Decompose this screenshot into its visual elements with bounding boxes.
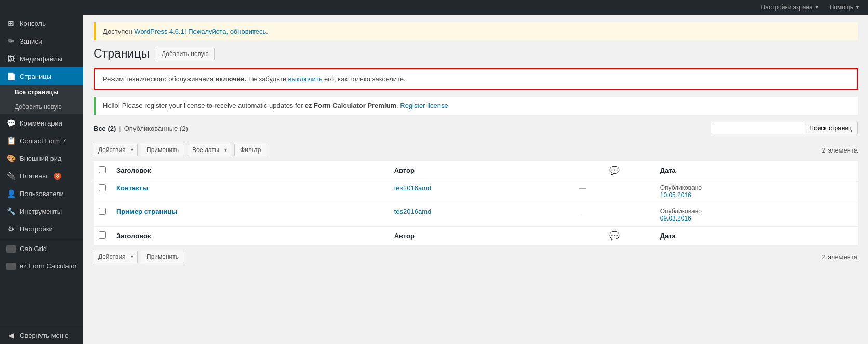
screen-settings-label: Настройки экрана [761, 4, 813, 11]
apply-button-top[interactable]: Применить [141, 144, 184, 156]
sidebar-item-pages[interactable]: 📄 Страницы [0, 67, 83, 85]
item-count-bottom: 2 элемента [188, 253, 858, 261]
sidebar-item-all-pages[interactable]: Все страницы [0, 85, 83, 100]
row1-checkbox-cell [94, 180, 111, 203]
comments-icon: 💬 [6, 119, 16, 127]
toolbar-bottom: Действия ▼ Применить 2 элемента [94, 251, 858, 263]
help-button[interactable]: Помощь ▼ [826, 3, 863, 12]
row2-author-link[interactable]: tes2016amd [394, 208, 432, 215]
search-input[interactable] [711, 122, 804, 134]
filter-tab-published[interactable]: Опубликованные (2) [124, 125, 188, 132]
top-bar: Настройки экрана ▼ Помощь ▼ [0, 0, 868, 15]
update-notice: Доступен WordPress 4.6.1! Пожалуйста, об… [94, 22, 858, 40]
collapse-menu-button[interactable]: ◀ Свернуть меню [0, 326, 83, 344]
row1-title-link[interactable]: Контакты [116, 184, 148, 192]
sidebar-item-cab-grid-label: Cab Grid [20, 245, 47, 253]
table-row: Пример страницы tes2016amd — Опубликован… [94, 203, 858, 227]
footer-checkbox-cell [94, 227, 111, 245]
plugins-icon: 🔌 [6, 172, 16, 180]
row1-status: Опубликовано [660, 184, 702, 191]
license-notice: Hello! Please register your license to r… [94, 97, 858, 115]
pages-submenu: Все страницы Добавить новую [0, 85, 83, 114]
filter-tab-all[interactable]: Все (2) [94, 125, 116, 132]
maintenance-bold: включён. [216, 75, 247, 83]
sidebar-item-ez-form[interactable]: ez Form Calculator [0, 257, 83, 274]
settings-icon: ⚙ [6, 225, 16, 233]
sidebar-item-cab-grid[interactable]: Cab Grid [0, 240, 83, 257]
row2-title-link[interactable]: Пример страницы [116, 208, 177, 215]
collapse-icon: ◀ [6, 331, 16, 339]
sidebar-item-users-label: Пользователи [20, 190, 64, 198]
actions-select[interactable]: Действия [94, 144, 138, 156]
row1-date-cell: Опубликовано 10.05.2016 [655, 180, 858, 203]
media-icon: 🖼 [6, 54, 16, 63]
filter-tabs: Все (2) | Опубликованные (2) [94, 125, 188, 132]
help-arrow-icon: ▼ [855, 5, 860, 10]
pages-table: Заголовок Автор 💬 Дата [94, 161, 858, 245]
actions-select-wrap: Действия ▼ [94, 144, 138, 156]
maintenance-text-after: Не забудьте [246, 75, 288, 83]
wordpress-update-link[interactable]: WordPress 4.6.1! [134, 27, 186, 35]
row2-comments: — [579, 208, 586, 215]
sidebar-item-media[interactable]: 🖼 Медиафайлы [0, 50, 83, 67]
search-row: Поиск страниц [711, 122, 858, 134]
screen-settings-button[interactable]: Настройки экрана ▼ [758, 3, 822, 12]
sidebar-item-tools[interactable]: 🔧 Инструменты [0, 202, 83, 220]
row2-title-cell: Пример страницы [111, 203, 389, 227]
all-pages-label: Все страницы [15, 89, 58, 96]
row2-comments-cell: — [574, 203, 655, 227]
dates-select-wrap: Все даты ▼ [188, 144, 231, 156]
sidebar-item-posts[interactable]: ✏ Записи [0, 32, 83, 50]
appearance-icon: 🎨 [6, 154, 16, 162]
cab-grid-icon [6, 245, 16, 253]
page-title-row: Страницы Добавить новую [94, 47, 858, 61]
table-row: Контакты tes2016amd — Опубликовано 10.05… [94, 180, 858, 203]
collapse-label: Свернуть меню [20, 332, 69, 339]
sidebar-item-contact-form[interactable]: 📋 Contact Form 7 [0, 132, 83, 149]
tools-icon: 🔧 [6, 207, 16, 215]
add-new-button[interactable]: Добавить новую [156, 48, 215, 60]
header-author: Автор [389, 161, 574, 180]
row2-date[interactable]: 09.03.2016 [660, 215, 852, 222]
table-footer-row: Заголовок Автор 💬 Дата [94, 227, 858, 245]
item-count-top: 2 элемента [270, 146, 858, 154]
sidebar-item-plugins[interactable]: 🔌 Плагины 8 [0, 167, 83, 185]
filter-button-top[interactable]: Фильтр [234, 144, 266, 156]
row2-checkbox[interactable] [99, 208, 106, 215]
please-update-link[interactable]: Пожалуйста, обновитесь. [188, 27, 268, 35]
toolbar-top: Действия ▼ Применить Все даты ▼ Фильтр 2… [94, 144, 858, 156]
sidebar-item-console[interactable]: ⊞ Консоль [0, 15, 83, 32]
sidebar-item-comments[interactable]: 💬 Комментарии [0, 114, 83, 132]
sidebar-item-users[interactable]: 👤 Пользователи [0, 185, 83, 202]
sidebar-item-settings[interactable]: ⚙ Настройки [0, 220, 83, 238]
footer-author: Автор [389, 227, 574, 245]
sidebar-item-comments-label: Комментарии [20, 119, 62, 127]
select-all-checkbox[interactable] [99, 166, 106, 173]
license-bold: ez Form Calculator Premium [305, 102, 396, 109]
header-date: Дата [655, 161, 858, 180]
register-license-link[interactable]: Register license [400, 102, 448, 109]
filter-separator: | [119, 125, 121, 132]
row1-author-link[interactable]: tes2016amd [394, 184, 432, 192]
sidebar-footer: ◀ Свернуть меню [0, 326, 83, 344]
sidebar-item-add-page[interactable]: Добавить новую [0, 100, 83, 114]
sidebar-item-contact-form-label: Contact Form 7 [20, 137, 66, 145]
sidebar-item-media-label: Медиафайлы [20, 55, 62, 63]
maintenance-link[interactable]: выключить [288, 75, 323, 83]
row1-checkbox[interactable] [99, 184, 106, 191]
row2-date-cell: Опубликовано 09.03.2016 [655, 203, 858, 227]
actions-select-bottom[interactable]: Действия [94, 251, 138, 263]
ez-form-icon [6, 263, 16, 270]
header-title: Заголовок [111, 161, 389, 180]
footer-comments: 💬 [574, 227, 655, 245]
console-icon: ⊞ [6, 19, 16, 27]
row1-title-cell: Контакты [111, 180, 389, 203]
header-checkbox-cell [94, 161, 111, 180]
search-button[interactable]: Поиск страниц [804, 122, 858, 134]
apply-button-bottom[interactable]: Применить [141, 251, 184, 263]
sidebar-item-appearance[interactable]: 🎨 Внешний вид [0, 149, 83, 167]
maintenance-text-end: его, как только закончите. [323, 75, 406, 83]
dates-select[interactable]: Все даты [188, 144, 231, 156]
row1-date[interactable]: 10.05.2016 [660, 191, 852, 199]
select-all-footer-checkbox[interactable] [99, 231, 106, 239]
